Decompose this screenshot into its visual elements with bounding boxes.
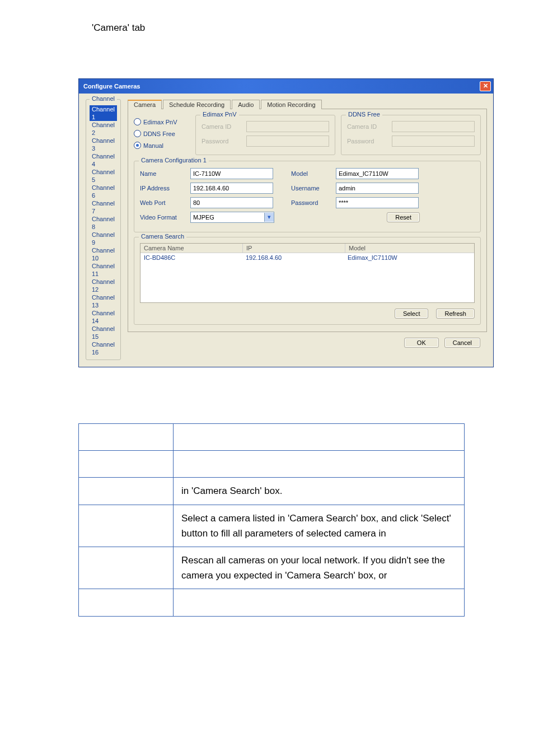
column-ip[interactable]: IP bbox=[243, 244, 345, 253]
web-port-label: Web Port bbox=[140, 199, 190, 206]
group-title: Camera Configuration 1 bbox=[139, 157, 209, 164]
camera-configuration-group: Camera Configuration 1 Name Model IP Add… bbox=[134, 161, 481, 232]
column-camera-name[interactable]: Camera Name bbox=[140, 244, 243, 253]
cancel-button[interactable]: Cancel bbox=[444, 338, 480, 348]
group-title: DDNS Free bbox=[346, 111, 382, 118]
ok-button[interactable]: OK bbox=[404, 338, 439, 348]
table-row bbox=[79, 451, 465, 478]
table-row[interactable]: IC-BD486C 192.168.4.60 Edimax_IC7110W bbox=[140, 253, 474, 262]
group-title: Edimax PnV bbox=[200, 111, 239, 118]
tab-motion-recording[interactable]: Motion Recording bbox=[261, 100, 321, 109]
tab-schedule-recording[interactable]: Schedule Recording bbox=[163, 100, 231, 109]
desc-cell bbox=[79, 505, 174, 547]
model-input[interactable] bbox=[336, 168, 419, 179]
channel-item[interactable]: Channel 16 bbox=[90, 340, 117, 356]
select-value: MJPEG bbox=[191, 214, 264, 221]
channel-item[interactable]: Channel 3 bbox=[90, 137, 117, 152]
cell-ip: 192.168.4.60 bbox=[242, 253, 344, 262]
mode-edimax-pnv[interactable]: Edimax PnV bbox=[134, 118, 195, 125]
desc-cell: Select a camera listed in 'Camera Search… bbox=[174, 505, 465, 547]
channel-item[interactable]: Channel 1 bbox=[90, 105, 117, 121]
desc-cell bbox=[174, 451, 465, 478]
reset-button[interactable]: Reset bbox=[387, 212, 420, 222]
channel-item[interactable]: Channel 5 bbox=[90, 168, 117, 184]
model-label: Model bbox=[291, 170, 336, 177]
radio-icon bbox=[134, 142, 141, 149]
channel-item[interactable]: Channel 12 bbox=[90, 278, 117, 293]
password-input[interactable] bbox=[336, 197, 419, 208]
name-label: Name bbox=[140, 170, 190, 177]
dialog-title: Configure Cameras bbox=[83, 83, 140, 90]
video-format-label: Video Format bbox=[140, 214, 190, 221]
mode-label: Manual bbox=[143, 142, 163, 149]
channel-item[interactable]: Channel 6 bbox=[90, 184, 117, 199]
cell-camera-name: IC-BD486C bbox=[140, 253, 242, 262]
table-row bbox=[79, 589, 465, 616]
desc-cell bbox=[79, 547, 174, 589]
close-icon[interactable]: ✕ bbox=[480, 81, 491, 91]
table-row: Select a camera listed in 'Camera Search… bbox=[79, 505, 465, 547]
select-button[interactable]: Select bbox=[395, 309, 429, 319]
camera-id-label: Camera ID bbox=[347, 123, 392, 130]
ddns-free-group: DDNS Free Camera ID Password bbox=[341, 115, 481, 155]
mode-label: DDNS Free bbox=[143, 130, 175, 137]
mode-ddns-free[interactable]: DDNS Free bbox=[134, 130, 195, 137]
desc-cell bbox=[79, 424, 174, 451]
desc-cell bbox=[79, 478, 174, 505]
password-label: Password bbox=[291, 199, 336, 206]
tab-camera[interactable]: Camera bbox=[128, 100, 162, 109]
pnv-password-input bbox=[246, 136, 329, 147]
camera-tab-panel: Edimax PnV DDNS Free Manual bbox=[128, 109, 487, 332]
radio-icon bbox=[134, 118, 141, 125]
password-label: Password bbox=[202, 138, 246, 144]
configure-cameras-dialog: Configure Cameras ✕ Channel Channel 1 Ch… bbox=[78, 78, 494, 367]
cell-model: Edimax_IC7110W bbox=[344, 253, 474, 262]
ip-address-label: IP Address bbox=[140, 185, 190, 192]
username-label: Username bbox=[291, 185, 336, 192]
desc-cell bbox=[174, 424, 465, 451]
description-table: in 'Camera Search' box. Select a camera … bbox=[78, 423, 465, 617]
camera-search-group: Camera Search Camera Name IP Model IC-BD… bbox=[134, 237, 481, 325]
channel-item[interactable]: Channel 7 bbox=[90, 199, 117, 215]
channel-item[interactable]: Channel 10 bbox=[90, 246, 117, 262]
mode-manual[interactable]: Manual bbox=[134, 142, 195, 149]
channel-item[interactable]: Channel 11 bbox=[90, 262, 117, 278]
channel-item[interactable]: Channel 4 bbox=[90, 152, 117, 168]
channel-group: Channel Channel 1 Channel 2 Channel 3 Ch… bbox=[86, 99, 121, 360]
table-row: Rescan all cameras on your local network… bbox=[79, 547, 465, 589]
channel-group-label: Channel bbox=[90, 95, 117, 102]
chevron-down-icon[interactable]: ▾ bbox=[264, 213, 274, 222]
video-format-select[interactable]: MJPEG ▾ bbox=[190, 212, 274, 223]
ip-address-input[interactable] bbox=[190, 183, 273, 194]
desc-cell bbox=[174, 589, 465, 616]
tab-bar: Camera Schedule Recording Audio Motion R… bbox=[128, 99, 487, 109]
camera-search-grid: Camera Name IP Model IC-BD486C 192.168.4… bbox=[140, 243, 475, 303]
tab-audio[interactable]: Audio bbox=[232, 100, 260, 109]
table-row bbox=[79, 424, 465, 451]
edimax-pnv-group: Edimax PnV Camera ID Password bbox=[195, 115, 335, 155]
channel-item[interactable]: Channel 14 bbox=[90, 309, 117, 325]
ddns-password-input bbox=[392, 136, 475, 147]
refresh-button[interactable]: Refresh bbox=[436, 309, 475, 319]
desc-cell: Rescan all cameras on your local network… bbox=[174, 547, 465, 589]
dialog-titlebar: Configure Cameras ✕ bbox=[79, 79, 493, 94]
channel-item[interactable]: Channel 2 bbox=[90, 121, 117, 137]
channel-item[interactable]: Channel 15 bbox=[90, 325, 117, 340]
desc-cell bbox=[79, 451, 174, 478]
group-title: Camera Search bbox=[139, 233, 186, 240]
username-input[interactable] bbox=[336, 183, 419, 194]
desc-cell bbox=[79, 589, 174, 616]
channel-list: Channel 1 Channel 2 Channel 3 Channel 4 … bbox=[90, 105, 117, 356]
desc-cell: in 'Camera Search' box. bbox=[174, 478, 465, 505]
camera-id-label: Camera ID bbox=[202, 123, 246, 130]
table-row: in 'Camera Search' box. bbox=[79, 478, 465, 505]
channel-item[interactable]: Channel 8 bbox=[90, 215, 117, 231]
channel-item[interactable]: Channel 13 bbox=[90, 293, 117, 309]
name-input[interactable] bbox=[190, 168, 273, 179]
pnv-camera-id-input bbox=[246, 121, 329, 132]
channel-item[interactable]: Channel 9 bbox=[90, 231, 117, 246]
ddns-camera-id-input bbox=[392, 121, 475, 132]
radio-icon bbox=[134, 130, 141, 137]
column-model[interactable]: Model bbox=[345, 244, 474, 253]
web-port-input[interactable] bbox=[190, 197, 273, 208]
